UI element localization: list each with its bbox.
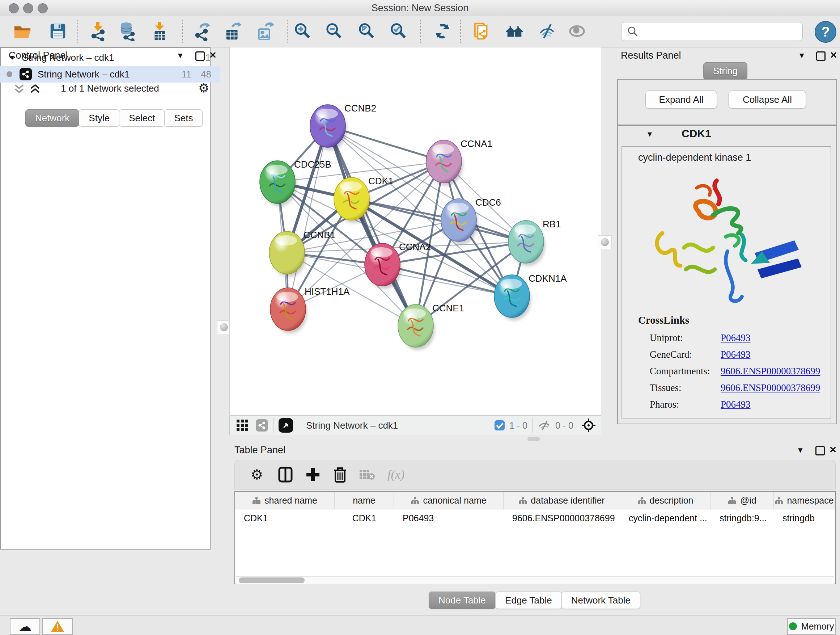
table-cell[interactable]: stringdb xyxy=(774,513,835,524)
apply-layout-button[interactable] xyxy=(432,21,453,42)
table-cell[interactable]: cyclin-dependent ... xyxy=(620,513,711,524)
collection-count: 1 xyxy=(205,52,210,63)
toolbar-search-input[interactable] xyxy=(643,26,802,37)
import-network-file-button[interactable] xyxy=(88,21,109,42)
copy-document-button[interactable] xyxy=(471,21,493,42)
toolbar-search[interactable] xyxy=(621,22,803,41)
string-network-graph[interactable]: CCNB2CCNA1CDC25BCDK1CDC6RB1CCNB1CCNA2CDK… xyxy=(230,48,601,415)
tab-edge-table[interactable]: Edge Table xyxy=(495,592,562,609)
zoom-fit-button[interactable] xyxy=(356,21,377,42)
memory-button[interactable]: Memory xyxy=(787,618,836,635)
grid-view-icon[interactable] xyxy=(236,419,248,432)
results-panel-float-button[interactable] xyxy=(816,51,826,61)
crosslink-value-link[interactable]: P06493 xyxy=(721,399,751,410)
table-cell[interactable]: P06493 xyxy=(394,513,504,524)
show-hidden-button[interactable] xyxy=(567,21,587,42)
horizontal-splitter-handle[interactable] xyxy=(527,437,540,441)
open-session-button[interactable] xyxy=(12,21,33,42)
table-panel-menu-button[interactable]: ▾ xyxy=(798,445,803,455)
results-panel-close-button[interactable]: ✕ xyxy=(830,50,837,60)
tab-string[interactable]: String xyxy=(703,62,747,80)
function-builder-icon[interactable]: f(x) xyxy=(387,468,404,481)
table-cell[interactable]: CDK1 xyxy=(235,513,335,524)
houses-button[interactable] xyxy=(504,21,525,42)
export-table-button[interactable] xyxy=(223,21,244,42)
cloud-button[interactable]: ☁ xyxy=(10,618,40,635)
show-columns-icon[interactable] xyxy=(278,467,293,483)
network-row[interactable]: String Network – cdk1 11 48 xyxy=(0,66,220,82)
table-cell[interactable]: 9606.ENSP00000378699 xyxy=(504,513,620,524)
column-header-namespace[interactable]: namespace xyxy=(774,492,835,509)
network-options-gear-icon[interactable]: ⚙ xyxy=(198,81,209,95)
save-session-button[interactable] xyxy=(47,21,68,42)
column-header-database-identifier[interactable]: database identifier xyxy=(504,492,620,509)
zoom-out-button[interactable] xyxy=(324,21,345,42)
network-node-CCNA1[interactable] xyxy=(426,140,463,186)
table-settings-gear-icon[interactable]: ⚙ xyxy=(251,467,263,483)
delete-table-icon[interactable] xyxy=(359,469,375,481)
export-network-button[interactable] xyxy=(192,21,213,42)
tab-network[interactable]: Network xyxy=(25,109,79,127)
column-header-id[interactable]: @id xyxy=(711,492,774,509)
table-panel-close-button[interactable]: ✕ xyxy=(829,445,837,455)
network-node-RB1[interactable] xyxy=(508,220,545,266)
entry-collapse-icon[interactable]: ▾ xyxy=(647,129,652,139)
crosslink-value-link[interactable]: P06493 xyxy=(721,333,751,344)
column-header-shared-name[interactable]: shared name xyxy=(235,492,335,509)
import-network-database-button[interactable] xyxy=(117,21,137,42)
right-splitter-handle[interactable] xyxy=(598,235,612,249)
hide-selected-button[interactable] xyxy=(537,21,558,42)
hidden-eye-slash-icon[interactable] xyxy=(538,420,551,431)
expand-all-button[interactable]: Expand All xyxy=(645,90,717,109)
table-panel-float-button[interactable] xyxy=(815,446,825,455)
network-canvas[interactable]: CCNB2CCNA1CDC25BCDK1CDC6RB1CCNB1CCNA2CDK… xyxy=(229,47,601,416)
delete-column-trash-icon[interactable] xyxy=(333,467,347,483)
network-node-label: CCNB1 xyxy=(303,230,335,241)
crosslink-value-link[interactable]: P06493 xyxy=(721,349,751,360)
crosslink-value-link[interactable]: 9606.ENSP00000378699 xyxy=(721,382,820,394)
tab-node-table[interactable]: Node Table xyxy=(429,592,496,609)
network-node-HIST1H1A[interactable] xyxy=(270,288,307,333)
network-node-CCNA2[interactable] xyxy=(365,243,401,289)
table-horizontal-scrollbar[interactable] xyxy=(236,576,834,584)
column-header-canonical-name[interactable]: canonical name xyxy=(394,492,504,509)
network-node-CDKN1A[interactable] xyxy=(494,275,531,320)
results-panel-title: Results Panel xyxy=(621,50,681,61)
network-node-CCNE1[interactable] xyxy=(398,304,435,350)
network-node-CDK1[interactable] xyxy=(334,177,371,223)
fit-selected-crosshair-icon[interactable] xyxy=(581,418,596,432)
column-header-description[interactable]: description xyxy=(620,492,711,509)
scrollbar-thumb[interactable] xyxy=(239,578,305,583)
status-bar: ☁ Memory xyxy=(0,616,840,635)
tab-select[interactable]: Select xyxy=(119,109,164,127)
network-node-CCNB2[interactable] xyxy=(310,105,347,150)
table-row[interactable]: CDK1CDK1P064939606.ENSP00000378699cyclin… xyxy=(235,509,835,527)
network-collection-row[interactable]: ▾ String Network – cdk1 1 xyxy=(0,49,220,66)
string-view-icon[interactable] xyxy=(256,419,268,432)
protein-structure-image xyxy=(643,168,813,313)
toolbar-separator xyxy=(182,20,183,43)
network-node-CDC6[interactable] xyxy=(441,199,478,244)
selected-checkbox-icon[interactable] xyxy=(494,420,505,431)
zoom-fit-icon xyxy=(357,21,377,41)
results-panel-menu-button[interactable]: ▾ xyxy=(799,50,804,60)
birdseye-view-icon[interactable] xyxy=(279,418,293,432)
left-splitter-handle[interactable] xyxy=(217,320,231,334)
export-image-button[interactable] xyxy=(256,21,276,42)
tab-style[interactable]: Style xyxy=(79,109,119,127)
zoom-in-button[interactable] xyxy=(292,21,313,42)
zoom-selected-button[interactable] xyxy=(388,21,409,42)
collection-expand-icon[interactable]: ▾ xyxy=(10,53,14,62)
crosslink-value-link[interactable]: 9606.ENSP00000378699 xyxy=(721,366,820,377)
create-column-plus-icon[interactable] xyxy=(306,467,320,482)
import-table-button[interactable] xyxy=(149,21,170,42)
network-node-CCNB1[interactable] xyxy=(269,231,306,277)
column-header-name[interactable]: name xyxy=(335,492,394,509)
table-cell[interactable]: stringdb:9... xyxy=(711,513,774,524)
tab-network-table[interactable]: Network Table xyxy=(561,592,640,609)
collapse-all-button[interactable]: Collapse All xyxy=(729,90,806,109)
table-cell[interactable]: CDK1 xyxy=(335,513,394,524)
warnings-button[interactable] xyxy=(42,618,73,635)
help-button[interactable]: ? xyxy=(815,21,836,43)
tab-sets[interactable]: Sets xyxy=(164,109,202,127)
